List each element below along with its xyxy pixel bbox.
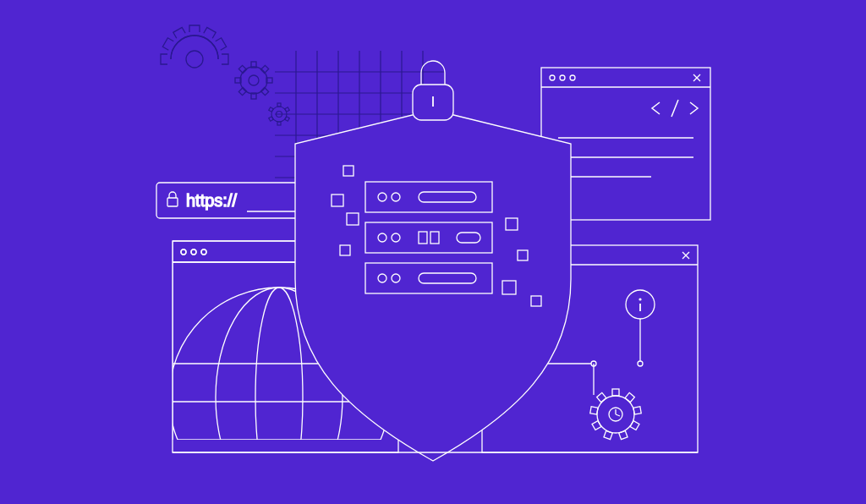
svg-rect-113 — [506, 218, 518, 230]
security-illustration: https:// — [0, 0, 866, 504]
svg-point-73 — [639, 298, 641, 300]
svg-rect-95 — [365, 182, 492, 212]
svg-rect-45 — [85, 220, 173, 457]
gear-dark-large-icon — [161, 25, 228, 68]
svg-point-79 — [638, 361, 643, 366]
svg-rect-114 — [518, 250, 528, 260]
svg-rect-99 — [365, 222, 492, 253]
svg-rect-110 — [332, 194, 343, 206]
svg-point-14 — [186, 51, 203, 68]
padlock-icon — [413, 61, 453, 120]
gear-dark-medium-icon — [235, 62, 272, 99]
svg-point-15 — [249, 75, 259, 85]
svg-point-16 — [240, 67, 267, 94]
svg-rect-105 — [365, 263, 492, 293]
svg-rect-109 — [343, 166, 354, 176]
svg-rect-116 — [531, 296, 541, 306]
url-text: https:// — [186, 191, 237, 210]
svg-rect-30 — [277, 122, 281, 125]
svg-rect-112 — [340, 245, 350, 255]
svg-rect-111 — [347, 213, 359, 225]
svg-rect-115 — [502, 281, 516, 294]
svg-rect-27 — [277, 103, 281, 107]
